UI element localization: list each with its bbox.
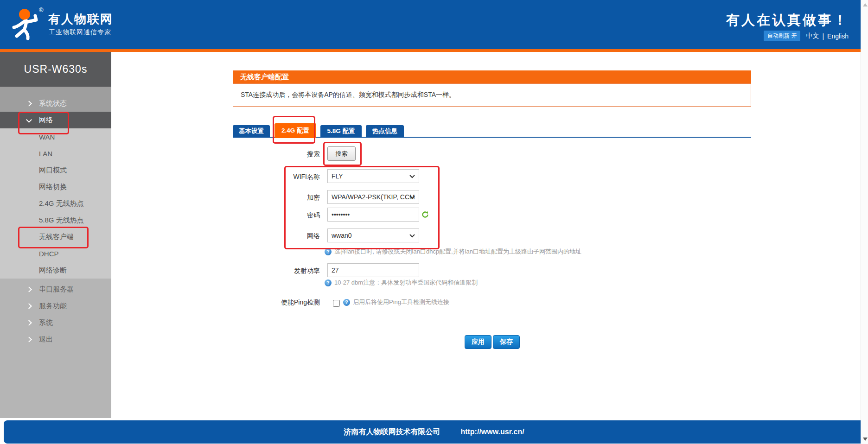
auto-refresh-toggle[interactable]: 自动刷新 开 (764, 31, 800, 41)
tx-power-label: 发射功率 (246, 267, 320, 275)
sidebar-item-port-mode[interactable]: 网口模式 (0, 162, 111, 178)
lang-en-link[interactable]: English (827, 32, 849, 40)
search-label: 搜索 (246, 150, 320, 159)
page-description: STA连接成功后，会将本设备AP的信道、频宽和模式都同步成和STA一样。 (233, 83, 751, 107)
wifi-name-label: WIFI名称 (246, 173, 320, 181)
sidebar-section-bottom: 串口服务器 服务功能 系统 退出 (0, 279, 111, 348)
password-input[interactable] (327, 208, 419, 222)
tab-58g-config[interactable]: 5.8G 配置 (320, 125, 362, 137)
ping-detect-hint: ? 启用后将使用Ping工具检测无线连接 (343, 298, 449, 306)
header-right-controls: 自动刷新 开 中文 | English (764, 31, 849, 41)
tab-basic-settings[interactable]: 基本设置 (233, 125, 270, 137)
chevron-right-icon (26, 286, 32, 292)
sidebar-item-58g-ap[interactable]: 5.8G 无线热点 (0, 212, 111, 228)
network-select[interactable]: wwan0 (327, 228, 419, 242)
question-icon: ? (325, 279, 332, 286)
header-slogan: 有人在认真做事！ (726, 11, 849, 30)
footer-website-link[interactable]: http://www.usr.cn/ (460, 428, 524, 436)
encryption-label: 加密 (246, 194, 320, 202)
apply-button[interactable]: 应用 (465, 335, 491, 349)
encryption-select[interactable]: WPA/WPA2-PSK(TKIP, CCM (327, 190, 419, 204)
registered-mark: ® (39, 6, 44, 13)
router-config-page: ® 有人物联网 工业物联网通信专家 有人在认真做事！ 自动刷新 开 中文 | E… (0, 0, 868, 444)
sidebar-item-wan[interactable]: WAN (0, 128, 111, 145)
lang-separator: | (822, 32, 824, 40)
question-icon: ? (343, 299, 350, 306)
chevron-down-icon (409, 234, 415, 238)
footer-company: 济南有人物联网技术有限公司 (344, 427, 440, 437)
save-button[interactable]: 保存 (493, 335, 520, 349)
brand-subtitle: 工业物联网通信专家 (49, 28, 111, 37)
chevron-down-icon (409, 175, 415, 178)
vertical-scrollbar[interactable] (861, 0, 868, 444)
sidebar-network-submenu: WAN LAN 网口模式 网络切换 2.4G 无线热点 5.8G 无线热点 无线… (0, 128, 111, 279)
sidebar-item-network[interactable]: 网络 (0, 112, 111, 128)
page-footer: 济南有人物联网技术有限公司 http://www.usr.cn/ (4, 420, 864, 444)
sidebar-item-wireless-client[interactable]: 无线客户端 (0, 228, 111, 245)
lang-zh-link[interactable]: 中文 (806, 32, 819, 40)
sidebar-item-lan[interactable]: LAN (0, 145, 111, 162)
network-hint: ? 选择lan接口时, 请修改或关闭lan口dhcp配置,并将lan口地址配置为… (325, 247, 581, 256)
scroll-up-icon[interactable] (863, 3, 868, 6)
sidebar-nav: USR-W630s 系统状态 网络 WAN LAN 网口模式 网络切换 2.4G… (0, 52, 111, 418)
sidebar-item-dhcp[interactable]: DHCP (0, 245, 111, 262)
sidebar-item-service-function[interactable]: 服务功能 (0, 298, 111, 314)
search-button[interactable]: 搜索 (327, 146, 356, 161)
header-accent-strip (0, 49, 868, 52)
sidebar-item-24g-ap[interactable]: 2.4G 无线热点 (0, 195, 111, 212)
sidebar-item-network-diagnosis[interactable]: 网络诊断 (0, 262, 111, 279)
sidebar-section-top: 系统状态 (0, 87, 111, 112)
tx-power-hint: ? 10-27 dbm注意：具体发射功率受国家代码和信道限制 (325, 279, 478, 287)
refresh-password-icon[interactable] (421, 211, 429, 220)
chevron-right-icon (26, 101, 32, 107)
chevron-down-icon (409, 196, 415, 199)
brand-title: 有人物联网 (48, 11, 113, 27)
language-switch: 中文 | English (806, 32, 849, 40)
sidebar-item-network-switch[interactable]: 网络切换 (0, 178, 111, 195)
chevron-right-icon (26, 303, 32, 309)
ping-detect-checkbox[interactable] (333, 300, 340, 307)
device-model-title: USR-W630s (0, 52, 111, 87)
question-icon: ? (325, 248, 332, 255)
sidebar-item-system[interactable]: 系统 (0, 314, 111, 331)
password-label: 密码 (246, 211, 320, 220)
sidebar-item-system-status[interactable]: 系统状态 (0, 95, 111, 112)
page-title: 无线客户端配置 (233, 70, 751, 83)
wifi-name-select[interactable]: FLY (327, 169, 419, 183)
chevron-right-icon (26, 336, 32, 343)
tab-hotspot-info[interactable]: 热点信息 (366, 125, 404, 137)
top-header: ® 有人物联网 工业物联网通信专家 有人在认真做事！ 自动刷新 开 中文 | E… (0, 0, 868, 49)
ping-detect-label: 使能Ping检测 (246, 298, 320, 307)
tab-24g-config[interactable]: 2.4G 配置 (274, 123, 316, 138)
chevron-right-icon (26, 320, 32, 326)
sidebar-item-logout[interactable]: 退出 (0, 331, 111, 348)
tx-power-input[interactable] (327, 263, 419, 277)
scroll-down-icon[interactable] (863, 438, 868, 441)
chevron-down-icon (26, 117, 32, 123)
sidebar-item-serial-server[interactable]: 串口服务器 (0, 281, 111, 298)
network-label: 网络 (246, 232, 320, 241)
